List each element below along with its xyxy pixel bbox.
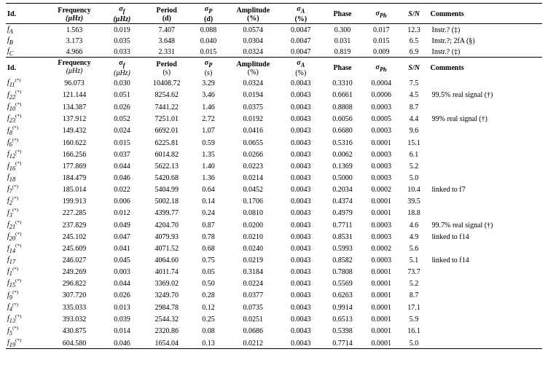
cell-period: 6225.81 bbox=[143, 136, 190, 148]
cell-comments: Instr.?; 2fA (§) bbox=[429, 35, 542, 46]
cell-amp: 0.0194 bbox=[227, 89, 281, 101]
cell-freq: 199.913 bbox=[47, 195, 101, 206]
cell-period: 4071.52 bbox=[143, 243, 190, 254]
cell-sn: 5.1 bbox=[399, 254, 429, 265]
table-row: f2(*) 199.913 0.006 5002.18 0.14 0.1706 … bbox=[6, 195, 542, 206]
cell-sa: 0.0043 bbox=[280, 325, 321, 337]
cell-sp: 0.64 bbox=[190, 183, 226, 195]
col-id-s2: Id. bbox=[6, 58, 47, 77]
col-sp: σP(d) bbox=[190, 4, 226, 24]
cell-comments bbox=[429, 313, 542, 324]
cell-sn: 9.6 bbox=[399, 125, 429, 136]
col-sp-s2: σP(s) bbox=[190, 58, 226, 77]
cell-comments bbox=[429, 301, 542, 313]
cell-sn: 5.2 bbox=[399, 160, 429, 172]
cell-period: 3369.02 bbox=[143, 277, 190, 289]
cell-sa: 0.0043 bbox=[280, 230, 321, 242]
cell-phase: 0.7711 bbox=[321, 219, 363, 230]
cell-sn: 6.1 bbox=[399, 148, 429, 160]
cell-sn: 16.1 bbox=[399, 325, 429, 337]
cell-sf: 0.037 bbox=[101, 148, 143, 160]
cell-sa: 0.0043 bbox=[280, 265, 321, 277]
cell-sp: 0.24 bbox=[190, 207, 226, 219]
cell-period: 6692.01 bbox=[143, 125, 190, 136]
table-row: f16(*) 177.869 0.044 5622.13 1.40 0.0223… bbox=[6, 160, 542, 172]
cell-phase: 0.5569 bbox=[321, 277, 363, 289]
table-row: fB 3.173 0.035 3.648 0.040 0.0304 0.0047… bbox=[6, 35, 542, 46]
cell-amp: 0.0266 bbox=[227, 148, 281, 160]
cell-period: 2544.32 bbox=[143, 313, 190, 324]
cell-sp: 0.28 bbox=[190, 289, 226, 301]
cell-sf: 0.035 bbox=[101, 35, 143, 46]
cell-comments bbox=[429, 160, 542, 172]
cell-sn: 4.9 bbox=[399, 230, 429, 242]
cell-id: fA bbox=[6, 24, 47, 36]
cell-sa: 0.0047 bbox=[280, 46, 321, 58]
cell-id: f9(*) bbox=[6, 289, 47, 301]
cell-phase: 0.7808 bbox=[321, 265, 363, 277]
cell-comments: Instr.? (‡) bbox=[429, 46, 542, 58]
table-row: f6(*) 160.622 0.015 6225.81 0.59 0.0655 … bbox=[6, 136, 542, 148]
cell-id: f8(*) bbox=[6, 125, 47, 136]
col-phase: Phase bbox=[321, 4, 363, 24]
cell-sp: 1.40 bbox=[190, 160, 226, 172]
cell-sf: 0.046 bbox=[101, 337, 143, 349]
cell-phase: 0.9914 bbox=[321, 301, 363, 313]
cell-sf: 0.047 bbox=[101, 230, 143, 242]
cell-period: 10408.72 bbox=[143, 77, 190, 89]
table-row: f7(*) 185.014 0.022 5404.99 0.64 0.0452 … bbox=[6, 183, 542, 195]
cell-amp: 0.0452 bbox=[227, 183, 281, 195]
cell-freq: 149.432 bbox=[47, 125, 101, 136]
cell-amp: 0.0210 bbox=[227, 230, 281, 242]
cell-phase: 0.8531 bbox=[321, 230, 363, 242]
cell-comments bbox=[429, 195, 542, 206]
cell-sa: 0.0043 bbox=[280, 254, 321, 265]
cell-sa: 0.0047 bbox=[280, 24, 321, 36]
table-row: f5(*) 430.875 0.014 2320.86 0.08 0.0686 … bbox=[6, 325, 542, 337]
cell-freq: 96.073 bbox=[47, 77, 101, 89]
cell-sf: 0.049 bbox=[101, 219, 143, 230]
cell-comments bbox=[429, 337, 542, 349]
cell-sp: 1.07 bbox=[190, 125, 226, 136]
cell-sn: 12.3 bbox=[399, 24, 429, 36]
cell-sph: 0.0002 bbox=[364, 243, 399, 254]
cell-amp: 0.0324 bbox=[227, 46, 281, 58]
cell-phase: 0.5398 bbox=[321, 325, 363, 337]
cell-comments bbox=[429, 289, 542, 301]
cell-sp: 0.040 bbox=[190, 35, 226, 46]
cell-sph: 0.015 bbox=[364, 35, 399, 46]
table-row: f22(*) 121.144 0.051 8254.62 3.46 0.0194… bbox=[6, 89, 542, 101]
cell-amp: 0.0219 bbox=[227, 254, 281, 265]
cell-freq: 121.144 bbox=[47, 89, 101, 101]
col-amp-s2: Amplitude(%) bbox=[227, 58, 281, 77]
cell-sph: 0.0006 bbox=[364, 89, 399, 101]
cell-phase: 0.031 bbox=[321, 35, 363, 46]
cell-sp: 1.35 bbox=[190, 148, 226, 160]
section2-header-row: Id. Frequency(μHz) σf(μHz) Period(s) σP(… bbox=[6, 58, 542, 77]
cell-sf: 0.015 bbox=[101, 136, 143, 148]
cell-phase: 0.6263 bbox=[321, 289, 363, 301]
cell-sp: 0.13 bbox=[190, 337, 226, 349]
cell-sn: 6.9 bbox=[399, 46, 429, 58]
cell-sph: 0.009 bbox=[364, 46, 399, 58]
cell-id: fB bbox=[6, 35, 47, 46]
cell-period: 4204.70 bbox=[143, 219, 190, 230]
cell-phase: 0.6680 bbox=[321, 125, 363, 136]
cell-sph: 0.0001 bbox=[364, 337, 399, 349]
table-row: f10(*) 134.387 0.026 7441.22 1.46 0.0375… bbox=[6, 101, 542, 112]
cell-sn: 5.2 bbox=[399, 277, 429, 289]
cell-sph: 0.0002 bbox=[364, 183, 399, 195]
cell-comments: 99.7% real signal (†) bbox=[429, 219, 542, 230]
table-row: fC 4.966 0.033 2.331 0.015 0.0324 0.0047… bbox=[6, 46, 542, 58]
cell-id: f19(*) bbox=[6, 337, 47, 349]
cell-freq: 237.829 bbox=[47, 219, 101, 230]
cell-id: f10(*) bbox=[6, 101, 47, 112]
cell-id: f21(*) bbox=[6, 219, 47, 230]
cell-period: 3249.70 bbox=[143, 289, 190, 301]
cell-sa: 0.0043 bbox=[280, 243, 321, 254]
cell-sph: 0.0003 bbox=[364, 101, 399, 112]
cell-amp: 0.0240 bbox=[227, 243, 281, 254]
cell-sph: 0.0001 bbox=[364, 289, 399, 301]
cell-sph: 0.0003 bbox=[364, 254, 399, 265]
cell-sp: 3.29 bbox=[190, 77, 226, 89]
